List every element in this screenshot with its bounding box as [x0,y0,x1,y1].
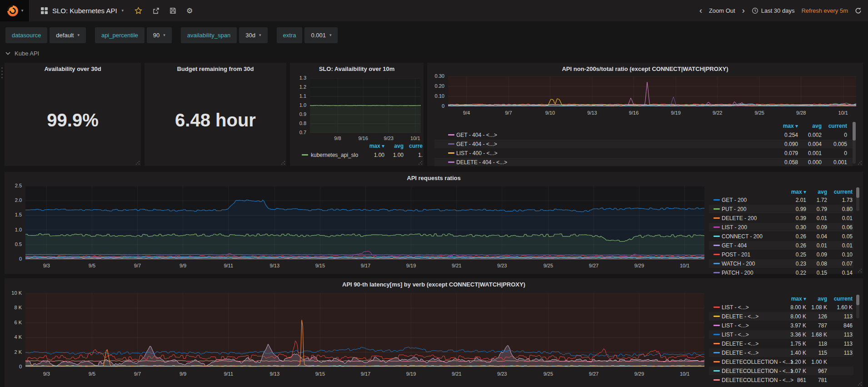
legend-scrollbar-thumb[interactable] [853,122,856,141]
panel-non200: API non-200s/total ratio (except CONNECT… [427,63,863,166]
panel-title[interactable]: API 90-th latency[ms] by verb (except CO… [5,278,863,290]
dashboard-picker[interactable]: SLO: Kubernetes API ▾ [35,0,129,21]
x-tick-label: 9/8 [334,136,341,141]
legend-header-current[interactable]: current [812,296,853,302]
variables-bar: datasourcedefault▾api_percentile90▾avail… [0,21,868,49]
legend-scrollbar-thumb[interactable] [856,187,859,198]
series-color-dash[interactable] [713,236,720,237]
refresh-interval-picker[interactable]: Refresh every 5m [801,7,848,14]
y-tick-label: 0.20 [427,83,444,89]
panel-title[interactable]: SLO: Availaibility over 10m [290,63,424,75]
panel-title[interactable]: Availability over 30d [5,63,141,75]
series-color-dash[interactable] [448,152,454,154]
star-icon[interactable] [135,7,142,15]
time-range-picker[interactable]: Last 30 days [752,7,795,14]
latency-chart[interactable] [25,293,704,367]
series-color-dash[interactable] [713,361,720,362]
x-tick-label: 9/9 [180,371,186,377]
legend-series-name[interactable]: DELETE - <...> [722,341,758,347]
series-color-dash[interactable] [713,217,720,219]
legend-series-name[interactable]: GET - 200 [722,197,747,203]
panel-resize-handle[interactable] [135,161,140,165]
refresh-icon[interactable] [855,7,862,14]
legend-scrollbar[interactable] [856,187,859,211]
panel-resize-handle[interactable] [858,268,862,273]
x-tick-label: 9/28 [796,110,806,116]
series-color-dash[interactable] [713,316,720,317]
stat-value: 6.48 hour [145,75,286,166]
series-color-dash[interactable] [713,263,720,264]
time-shift-forward-icon[interactable]: › [742,6,745,15]
x-tick-label: 9/29 [634,263,644,268]
series-color-dash[interactable] [713,343,720,344]
legend-series-name[interactable]: CONNECT - 200 [722,233,763,240]
series-color-dash[interactable] [713,226,720,228]
series-color-dash[interactable] [713,199,720,201]
legend-scrollbar[interactable] [856,295,859,318]
legend-value-cur: 1. [382,152,423,158]
variable-value-dropdown[interactable]: 90▾ [147,27,172,43]
legend-series-name[interactable]: LIST - 200 [722,224,747,231]
legend-header-curre[interactable]: curre [382,143,423,149]
legend-series-name[interactable]: GET - 404 [722,242,747,249]
variable-value-dropdown[interactable]: 0.001▾ [304,27,338,43]
series-color-dash[interactable] [713,307,720,308]
legend-value-cur: 0.01 [812,242,853,249]
panel-resize-handle[interactable] [418,161,423,165]
legend-series-name[interactable]: GET - 404 - <...> [456,141,497,147]
legend-scrollbar[interactable] [853,122,856,164]
row-header-kube-api[interactable]: Kube API [5,50,39,57]
ratios-chart[interactable] [25,186,704,259]
legend-series-name[interactable]: DELETE - <...> [722,350,758,356]
non200-chart[interactable] [448,76,856,106]
variable-value-dropdown[interactable]: default▾ [50,27,86,43]
legend-series-name[interactable]: POST - 201 [722,251,750,258]
series-color-dash[interactable] [713,334,720,335]
panel-title[interactable]: Budget remaining from 30d [145,63,286,75]
legend-series-name[interactable]: DELETE - <...> [722,313,758,320]
share-icon[interactable] [152,7,160,15]
series-color-dash[interactable] [713,208,720,210]
legend-series-name[interactable]: LIST - 400 - <...> [456,150,498,156]
panel-title[interactable]: API non-200s/total ratio (except CONNECT… [427,63,863,75]
series-color-dash[interactable] [713,325,720,326]
legend-scrollbar-thumb[interactable] [856,295,859,305]
slo-chart[interactable] [310,78,421,133]
panel-resize-handle[interactable] [281,161,285,165]
series-color-dash[interactable] [713,370,720,372]
y-tick-label: 0 [5,256,22,261]
panel-resize-handle[interactable] [858,161,862,165]
panel-title[interactable]: API requests ratios [5,172,863,184]
series-color-dash[interactable] [713,245,720,246]
legend-series-name[interactable]: WATCH - 200 [722,261,755,267]
legend-series-name[interactable]: DELETE - 404 - <...> [456,159,507,166]
series-color-dash[interactable] [448,134,454,136]
legend-series-name[interactable]: DELETE - 200 [722,215,757,221]
series-color-dash[interactable] [713,254,720,255]
series-color-dash[interactable] [713,272,720,273]
zoom-out-button[interactable]: Zoom Out [709,7,735,14]
panel-drag-handle[interactable] [1,67,3,78]
legend-series-name[interactable]: PATCH - 200 [722,270,753,276]
legend-header-current[interactable]: current [812,189,853,195]
legend-series-name[interactable]: LIST - <...> [722,322,749,329]
legend-series-name[interactable]: GET - 404 - <...> [456,132,497,138]
series-color-dash[interactable] [713,352,720,353]
series-color-dash[interactable] [302,154,308,156]
legend-series-name[interactable]: PUT - 200 [722,206,746,212]
variable-value-dropdown[interactable]: 30d▾ [239,27,267,43]
series-color-dash[interactable] [448,143,454,145]
legend-series-name[interactable]: LIST - <...> [722,332,749,338]
series-color-dash[interactable] [713,379,720,381]
y-tick-label: 0.10 [427,93,444,99]
time-shift-back-icon[interactable]: ‹ [699,6,702,15]
legend-series-name[interactable]: LIST - <...> [722,304,749,311]
stat-value: 99.9% [5,75,141,166]
x-tick-label: 10/1 [410,136,420,141]
panel-resize-handle[interactable] [858,382,862,386]
settings-gear-icon[interactable]: ⚙ [186,7,193,15]
save-icon[interactable] [170,7,176,14]
grafana-main-menu[interactable]: ▾ [0,0,30,21]
series-color-dash[interactable] [448,161,454,163]
legend-header-current[interactable]: current [806,123,847,129]
